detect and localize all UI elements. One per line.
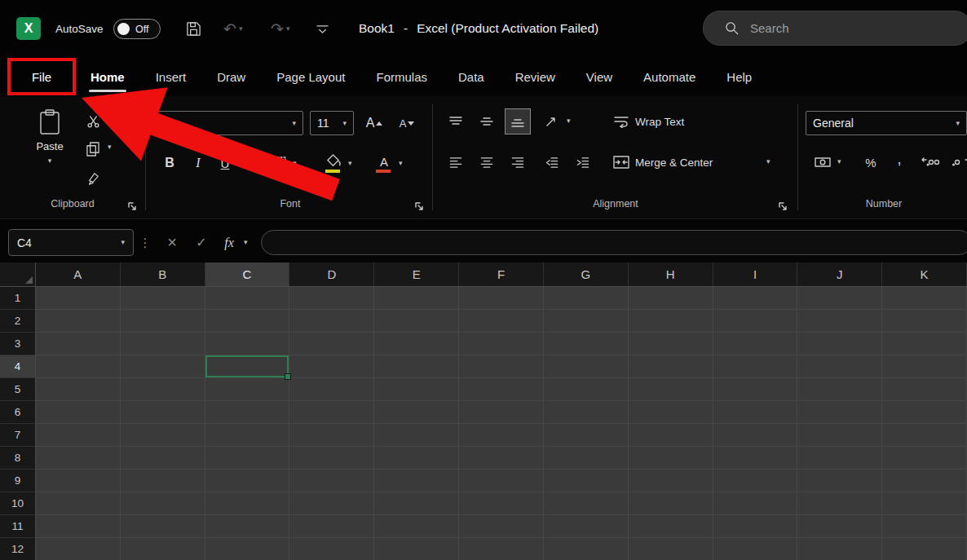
cell-D6[interactable]	[289, 401, 374, 424]
cell-K1[interactable]	[882, 287, 967, 310]
customize-quick-access-button[interactable]	[316, 0, 329, 57]
cell-H11[interactable]	[629, 515, 713, 538]
cell-E7[interactable]	[374, 424, 459, 447]
search-box[interactable]: Search	[703, 11, 967, 46]
cell-F9[interactable]	[459, 470, 544, 492]
decrease-indent-button[interactable]	[540, 150, 564, 174]
clipboard-dialog-launcher[interactable]	[127, 200, 137, 214]
tab-automate[interactable]: Automate	[632, 57, 707, 96]
orientation-button[interactable]	[540, 109, 564, 134]
cell-F5[interactable]	[459, 378, 544, 401]
cell-E4[interactable]	[374, 355, 459, 378]
cell-G6[interactable]	[544, 401, 629, 424]
cell-C3[interactable]	[205, 333, 290, 355]
cell-D2[interactable]	[289, 310, 374, 333]
align-center-button[interactable]	[475, 150, 499, 174]
row-header-8[interactable]: 8	[0, 447, 36, 470]
cell-C11[interactable]	[205, 515, 290, 538]
copy-button[interactable]	[82, 139, 104, 160]
cell-F12[interactable]	[459, 538, 544, 560]
align-right-button[interactable]	[506, 150, 530, 174]
cell-B4[interactable]	[121, 355, 205, 378]
cell-K3[interactable]	[882, 333, 967, 355]
cell-A5[interactable]	[36, 378, 121, 401]
column-header-C[interactable]: C	[205, 262, 290, 286]
cell-B1[interactable]	[121, 287, 205, 310]
wrap-text-button[interactable]: Wrap Text	[613, 109, 684, 134]
column-header-K[interactable]: K	[882, 262, 967, 286]
cell-D3[interactable]	[289, 333, 374, 355]
cell-E10[interactable]	[374, 492, 459, 515]
decrease-decimal-button[interactable]	[947, 150, 967, 174]
merge-center-dropdown-icon[interactable]: ▾	[766, 158, 771, 165]
cell-A6[interactable]	[36, 401, 121, 424]
cell-C9[interactable]	[205, 470, 290, 492]
decrease-font-size-button[interactable]: A	[393, 111, 421, 135]
number-format-combo[interactable]: General ▾	[806, 111, 967, 135]
cell-J2[interactable]	[797, 310, 882, 333]
cell-G12[interactable]	[544, 538, 629, 560]
cell-A9[interactable]	[36, 470, 121, 492]
tab-draw[interactable]: Draw	[205, 57, 257, 96]
cell-K5[interactable]	[882, 378, 967, 401]
cell-I6[interactable]	[713, 401, 798, 424]
cell-J5[interactable]	[797, 378, 882, 401]
alignment-dialog-launcher[interactable]	[778, 200, 788, 214]
cell-H7[interactable]	[629, 424, 713, 447]
increase-indent-button[interactable]	[571, 150, 595, 174]
cell-F2[interactable]	[459, 310, 544, 333]
cell-J7[interactable]	[797, 424, 882, 447]
cell-D5[interactable]	[289, 378, 374, 401]
cell-E12[interactable]	[374, 538, 459, 560]
cell-E5[interactable]	[374, 378, 459, 401]
cell-G10[interactable]	[544, 492, 629, 515]
underline-button[interactable]: U	[214, 150, 236, 176]
cancel-button[interactable]: ×	[158, 229, 186, 256]
font-name-dropdown-icon[interactable]: ▾	[292, 120, 296, 127]
row-header-10[interactable]: 10	[0, 492, 36, 515]
cell-D7[interactable]	[289, 424, 374, 447]
cell-B12[interactable]	[121, 538, 205, 560]
cell-J8[interactable]	[797, 447, 882, 470]
row-header-6[interactable]: 6	[0, 401, 36, 424]
row-header-12[interactable]: 12	[0, 538, 36, 560]
cell-A7[interactable]	[36, 424, 121, 447]
cell-F1[interactable]	[459, 287, 544, 310]
fx-dropdown-icon[interactable]: ▾	[244, 239, 248, 246]
cell-A4[interactable]	[36, 355, 121, 378]
cell-D4[interactable]	[289, 355, 374, 378]
cell-H5[interactable]	[629, 378, 713, 401]
cell-I3[interactable]	[713, 333, 798, 355]
redo-dropdown-icon[interactable]: ▾	[286, 25, 290, 33]
cell-K10[interactable]	[882, 492, 967, 515]
cell-K7[interactable]	[882, 424, 967, 447]
cell-I10[interactable]	[713, 492, 798, 515]
cell-E2[interactable]	[374, 310, 459, 333]
column-header-D[interactable]: D	[289, 262, 374, 286]
cell-I7[interactable]	[713, 424, 798, 447]
row-header-2[interactable]: 2	[0, 310, 36, 333]
cell-H9[interactable]	[629, 470, 713, 492]
fill-color-dropdown-icon[interactable]: ▾	[348, 160, 352, 167]
enter-button[interactable]: ✓	[188, 229, 215, 256]
cell-H2[interactable]	[629, 310, 713, 333]
cell-H12[interactable]	[629, 538, 713, 560]
cell-I5[interactable]	[713, 378, 798, 401]
cell-K12[interactable]	[882, 538, 967, 560]
excel-logo-icon[interactable]: X	[16, 17, 41, 40]
cell-A2[interactable]	[36, 310, 121, 333]
cell-H8[interactable]	[629, 447, 713, 470]
cell-I11[interactable]	[713, 515, 798, 538]
cell-J3[interactable]	[797, 333, 882, 355]
increase-font-size-button[interactable]: A	[360, 111, 388, 135]
cell-G7[interactable]	[544, 424, 629, 447]
cell-C5[interactable]	[205, 378, 290, 401]
column-header-E[interactable]: E	[374, 262, 459, 286]
save-button[interactable]	[186, 0, 201, 57]
cell-A3[interactable]	[36, 333, 121, 355]
percent-style-button[interactable]: %	[861, 150, 881, 174]
cell-J1[interactable]	[797, 287, 882, 310]
cell-K6[interactable]	[882, 401, 967, 424]
redo-button[interactable]: ↷ ▾	[271, 0, 289, 57]
cell-F7[interactable]	[459, 424, 544, 447]
